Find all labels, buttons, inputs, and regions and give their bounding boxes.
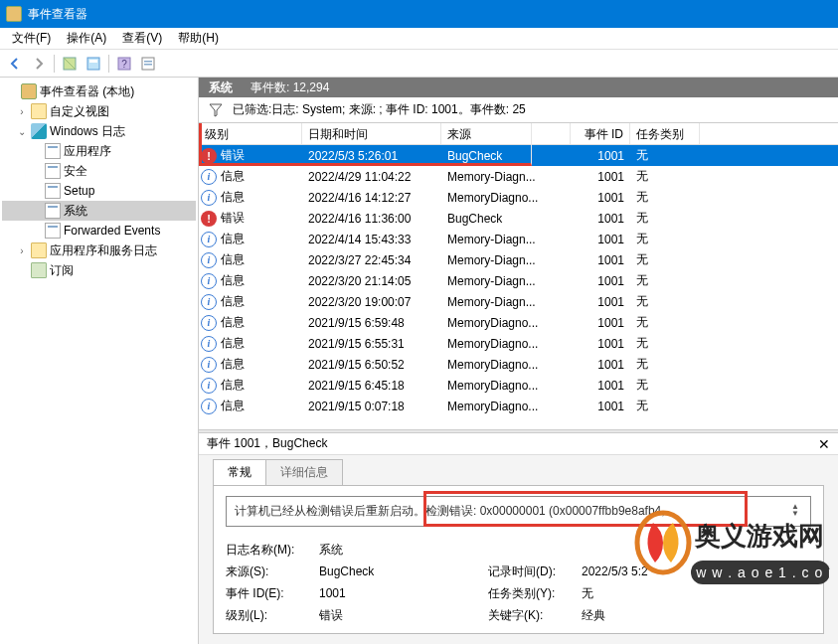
- info-icon: i: [201, 273, 217, 289]
- tree-windows-logs[interactable]: ⌄Windows 日志: [2, 121, 196, 141]
- col-date[interactable]: 日期和时间: [302, 123, 441, 144]
- date-cell: 2021/9/15 6:45:18: [302, 379, 441, 393]
- info-icon: i: [201, 252, 217, 268]
- tree-security[interactable]: 安全: [2, 161, 196, 181]
- help-button[interactable]: ?: [113, 53, 135, 75]
- menu-view[interactable]: 查看(V): [114, 28, 170, 49]
- level-text: 错误: [221, 147, 245, 164]
- event-row[interactable]: i信息2022/4/16 14:12:27MemoryDiagno...1001…: [199, 187, 838, 208]
- menu-help[interactable]: 帮助(H): [170, 28, 227, 49]
- event-row[interactable]: !错误2022/5/3 5:26:01BugCheck1001无: [199, 145, 838, 166]
- event-row[interactable]: i信息2021/9/15 6:45:18MemoryDiagno...1001无: [199, 375, 838, 396]
- tree-setup[interactable]: Setup: [2, 181, 196, 201]
- close-detail-button[interactable]: ✕: [818, 436, 830, 452]
- tree-app-services[interactable]: ›应用程序和服务日志: [2, 241, 196, 260]
- tree-system[interactable]: 系统: [2, 201, 196, 221]
- id-cell: 1001: [571, 253, 630, 267]
- message-part-b: 检测错误: 0x00000001 (0x00007ffbb9e8afb4,: [425, 504, 665, 518]
- id-cell: 1001: [571, 274, 630, 288]
- error-icon: !: [201, 211, 217, 227]
- window-title: 事件查看器: [28, 6, 87, 23]
- col-id[interactable]: 事件 ID: [571, 123, 630, 144]
- level-text: 信息: [221, 356, 245, 373]
- subscription-icon: [31, 262, 47, 278]
- info-icon: i: [201, 190, 217, 206]
- source-cell: Memory-Diagn...: [441, 253, 571, 267]
- detail-tabs: 常规 详细信息: [199, 455, 838, 485]
- event-row[interactable]: i信息2021/9/15 0:07:18MemoryDiagno...1001无: [199, 396, 838, 416]
- logged-label: 记录时间(D):: [488, 564, 582, 580]
- tree-subscriptions[interactable]: 订阅: [2, 260, 196, 280]
- forward-button[interactable]: [28, 53, 50, 75]
- source-cell: BugCheck: [441, 149, 571, 163]
- event-row[interactable]: i信息2022/3/20 21:14:05Memory-Diagn...1001…: [199, 270, 838, 291]
- eventviewer-icon: [21, 83, 37, 99]
- tree-forwarded[interactable]: Forwarded Events: [2, 221, 196, 241]
- tree-root[interactable]: 事件查看器 (本地): [2, 81, 196, 101]
- level-text: 信息: [221, 335, 245, 352]
- menu-bar: 文件(F) 操作(A) 查看(V) 帮助(H): [0, 28, 838, 50]
- log-icon: [45, 203, 61, 219]
- date-cell: 2021/9/15 6:50:52: [302, 358, 441, 372]
- scroll-spinner[interactable]: ▲▼: [788, 503, 802, 520]
- tree-custom-views[interactable]: ›自定义视图: [2, 101, 196, 121]
- source-cell: MemoryDiagno...: [441, 191, 571, 205]
- tab-general[interactable]: 常规: [213, 459, 266, 485]
- category-cell: 无: [630, 272, 700, 289]
- info-icon: i: [201, 378, 217, 394]
- level-text: 信息: [221, 231, 245, 247]
- level-text: 信息: [221, 377, 245, 394]
- event-row[interactable]: i信息2022/4/14 15:43:33Memory-Diagn...1001…: [199, 229, 838, 249]
- date-cell: 2022/3/20 21:14:05: [302, 274, 441, 288]
- event-row[interactable]: i信息2022/3/27 22:45:34Memory-Diagn...1001…: [199, 249, 838, 270]
- filter-bar: 已筛选:日志: System; 来源: ; 事件 ID: 1001。事件数: 2…: [199, 97, 838, 123]
- date-cell: 2022/3/20 19:00:07: [302, 295, 441, 309]
- menu-file[interactable]: 文件(F): [4, 28, 59, 49]
- info-icon: i: [201, 232, 217, 247]
- level-text: 信息: [221, 272, 245, 289]
- category-cell: 无: [630, 314, 700, 331]
- event-row[interactable]: i信息2022/3/20 19:00:07Memory-Diagn...1001…: [199, 291, 838, 312]
- title-bar: 事件查看器: [0, 0, 838, 28]
- menu-action[interactable]: 操作(A): [59, 28, 114, 49]
- detail-pane: 事件 1001，BugCheck ✕ 常规 详细信息 计算机已经从检测错误后重新…: [199, 433, 838, 644]
- event-row[interactable]: !错误2022/4/16 11:36:00BugCheck1001无: [199, 208, 838, 229]
- properties-grid: 日志名称(M): 系统 来源(S): BugCheck 记录时间(D): 202…: [226, 539, 811, 626]
- category-cell: 无: [630, 147, 700, 164]
- level-text: 信息: [221, 293, 245, 310]
- back-button[interactable]: [4, 53, 26, 75]
- category-cell: 无: [630, 356, 700, 373]
- level-text: 信息: [221, 398, 245, 414]
- tab-details[interactable]: 详细信息: [265, 459, 343, 485]
- funnel-icon: [209, 103, 223, 117]
- tree-pane[interactable]: 事件查看器 (本地) ›自定义视图 ⌄Windows 日志 应用程序 安全 Se…: [0, 78, 199, 644]
- info-icon: i: [201, 336, 217, 352]
- event-row[interactable]: i信息2021/9/15 6:59:48MemoryDiagno...1001无: [199, 312, 838, 333]
- date-cell: 2022/5/3 5:26:01: [302, 149, 441, 163]
- source-cell: BugCheck: [441, 212, 571, 226]
- col-category[interactable]: 任务类别: [630, 123, 700, 144]
- log-icon: [45, 163, 61, 179]
- level-label: 级别(L):: [226, 607, 319, 624]
- svg-rect-7: [144, 64, 152, 66]
- svg-rect-2: [89, 60, 97, 63]
- col-source[interactable]: 来源: [441, 123, 571, 144]
- col-level[interactable]: 级别: [199, 123, 302, 144]
- category-cell: 无: [630, 251, 700, 268]
- tree-application[interactable]: 应用程序: [2, 141, 196, 161]
- source-cell: Memory-Diagn...: [441, 170, 571, 184]
- properties-button[interactable]: [83, 53, 104, 75]
- source-value: BugCheck: [319, 564, 488, 578]
- eventid-value: 1001: [319, 586, 488, 600]
- show-hide-button[interactable]: [59, 53, 81, 75]
- event-rows[interactable]: !错误2022/5/3 5:26:01BugCheck1001无i信息2022/…: [199, 145, 838, 429]
- source-cell: MemoryDiagno...: [441, 316, 571, 330]
- event-row[interactable]: i信息2021/9/15 6:50:52MemoryDiagno...1001无: [199, 354, 838, 375]
- event-row[interactable]: i信息2021/9/15 6:55:31MemoryDiagno...1001无: [199, 333, 838, 354]
- svg-rect-1: [87, 58, 99, 70]
- refresh-button[interactable]: [137, 53, 159, 75]
- logname-value: 系统: [319, 542, 488, 559]
- event-row[interactable]: i信息2022/4/29 11:04:22Memory-Diagn...1001…: [199, 166, 838, 187]
- category-cell: 无: [630, 168, 700, 185]
- message-part-a: 计算机已经从检测错误后重新启动: [235, 504, 414, 518]
